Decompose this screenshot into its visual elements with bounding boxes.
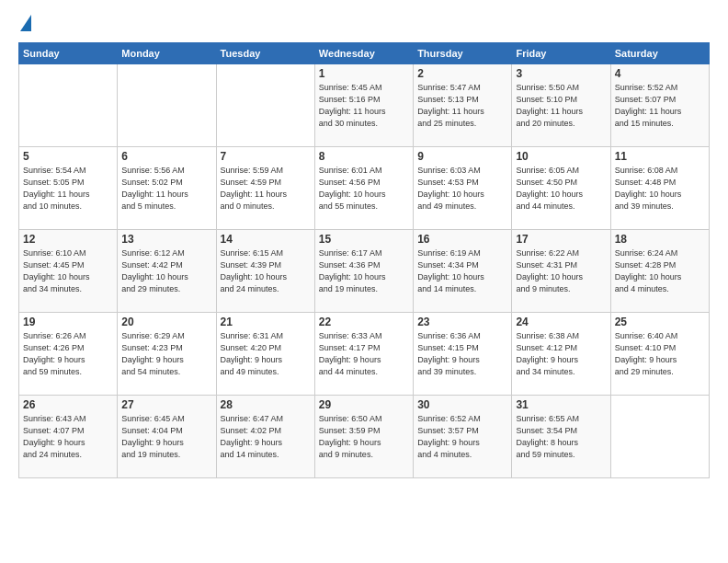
calendar-week-row: 5Sunrise: 5:54 AM Sunset: 5:05 PM Daylig…: [19, 147, 710, 230]
day-number: 11: [615, 150, 705, 163]
day-info: Sunrise: 6:15 AM Sunset: 4:39 PM Dayligh…: [221, 247, 311, 295]
day-info: Sunrise: 5:50 AM Sunset: 5:10 PM Dayligh…: [516, 82, 606, 130]
calendar-cell: 8Sunrise: 6:01 AM Sunset: 4:56 PM Daylig…: [314, 147, 413, 230]
day-info: Sunrise: 5:56 AM Sunset: 5:02 PM Dayligh…: [121, 165, 211, 213]
header: [18, 15, 710, 33]
calendar-cell: 10Sunrise: 6:05 AM Sunset: 4:50 PM Dayli…: [512, 147, 610, 230]
weekday-header: Tuesday: [216, 43, 314, 64]
calendar-cell: 2Sunrise: 5:47 AM Sunset: 5:13 PM Daylig…: [414, 64, 512, 147]
day-info: Sunrise: 6:22 AM Sunset: 4:31 PM Dayligh…: [516, 247, 606, 295]
calendar-cell: 6Sunrise: 5:56 AM Sunset: 5:02 PM Daylig…: [118, 147, 216, 230]
calendar-cell: 27Sunrise: 6:45 AM Sunset: 4:04 PM Dayli…: [118, 396, 216, 478]
weekday-row: SundayMondayTuesdayWednesdayThursdayFrid…: [19, 43, 710, 64]
calendar-cell: 29Sunrise: 6:50 AM Sunset: 3:59 PM Dayli…: [314, 396, 413, 478]
day-number: 27: [121, 398, 211, 411]
calendar-cell: 24Sunrise: 6:38 AM Sunset: 4:12 PM Dayli…: [512, 313, 610, 396]
day-info: Sunrise: 6:19 AM Sunset: 4:34 PM Dayligh…: [417, 247, 507, 295]
calendar-cell: 11Sunrise: 6:08 AM Sunset: 4:48 PM Dayli…: [610, 147, 709, 230]
weekday-header: Saturday: [610, 43, 709, 64]
day-info: Sunrise: 6:12 AM Sunset: 4:42 PM Dayligh…: [121, 247, 211, 295]
day-info: Sunrise: 5:45 AM Sunset: 5:16 PM Dayligh…: [319, 82, 409, 130]
day-number: 10: [516, 150, 606, 163]
calendar-cell: 4Sunrise: 5:52 AM Sunset: 5:07 PM Daylig…: [610, 64, 709, 147]
calendar-cell: [216, 64, 314, 147]
day-info: Sunrise: 6:03 AM Sunset: 4:53 PM Dayligh…: [417, 165, 507, 213]
day-info: Sunrise: 6:47 AM Sunset: 4:02 PM Dayligh…: [221, 413, 311, 461]
day-info: Sunrise: 6:50 AM Sunset: 3:59 PM Dayligh…: [319, 413, 409, 461]
day-number: 31: [516, 398, 606, 411]
day-info: Sunrise: 6:45 AM Sunset: 4:04 PM Dayligh…: [121, 413, 211, 461]
calendar-cell: 1Sunrise: 5:45 AM Sunset: 5:16 PM Daylig…: [314, 64, 413, 147]
weekday-header: Sunday: [19, 43, 118, 64]
calendar-week-row: 19Sunrise: 6:26 AM Sunset: 4:26 PM Dayli…: [19, 313, 710, 396]
calendar-cell: 17Sunrise: 6:22 AM Sunset: 4:31 PM Dayli…: [512, 230, 610, 313]
day-info: Sunrise: 6:24 AM Sunset: 4:28 PM Dayligh…: [615, 247, 705, 295]
day-number: 20: [121, 316, 211, 328]
day-number: 18: [615, 233, 705, 246]
calendar-cell: 26Sunrise: 6:43 AM Sunset: 4:07 PM Dayli…: [19, 396, 118, 478]
day-info: Sunrise: 6:38 AM Sunset: 4:12 PM Dayligh…: [516, 330, 606, 378]
day-info: Sunrise: 6:05 AM Sunset: 4:50 PM Dayligh…: [516, 165, 606, 213]
day-info: Sunrise: 6:52 AM Sunset: 3:57 PM Dayligh…: [417, 413, 507, 461]
day-info: Sunrise: 6:31 AM Sunset: 4:20 PM Dayligh…: [221, 330, 311, 378]
calendar-cell: 18Sunrise: 6:24 AM Sunset: 4:28 PM Dayli…: [610, 230, 709, 313]
day-number: 3: [516, 67, 606, 80]
day-number: 1: [319, 67, 409, 80]
day-number: 7: [221, 150, 311, 163]
day-number: 14: [221, 233, 311, 246]
day-info: Sunrise: 6:33 AM Sunset: 4:17 PM Dayligh…: [319, 330, 409, 378]
day-number: 25: [615, 316, 705, 328]
day-number: 24: [516, 316, 606, 328]
logo: [18, 15, 31, 33]
day-number: 15: [319, 233, 409, 246]
calendar-cell: [118, 64, 216, 147]
day-number: 13: [121, 233, 211, 246]
weekday-header: Thursday: [414, 43, 512, 64]
day-info: Sunrise: 5:59 AM Sunset: 4:59 PM Dayligh…: [221, 165, 311, 213]
calendar-cell: 5Sunrise: 5:54 AM Sunset: 5:05 PM Daylig…: [19, 147, 118, 230]
calendar-cell: 28Sunrise: 6:47 AM Sunset: 4:02 PM Dayli…: [216, 396, 314, 478]
calendar-cell: 3Sunrise: 5:50 AM Sunset: 5:10 PM Daylig…: [512, 64, 610, 147]
day-number: 26: [23, 398, 113, 411]
day-number: 29: [319, 398, 409, 411]
calendar-cell: 19Sunrise: 6:26 AM Sunset: 4:26 PM Dayli…: [19, 313, 118, 396]
day-info: Sunrise: 6:17 AM Sunset: 4:36 PM Dayligh…: [319, 247, 409, 295]
calendar-body: 1Sunrise: 5:45 AM Sunset: 5:16 PM Daylig…: [19, 64, 710, 478]
calendar-week-row: 12Sunrise: 6:10 AM Sunset: 4:45 PM Dayli…: [19, 230, 710, 313]
day-number: 17: [516, 233, 606, 246]
weekday-header: Monday: [118, 43, 216, 64]
page: SundayMondayTuesdayWednesdayThursdayFrid…: [0, 0, 728, 563]
day-info: Sunrise: 5:47 AM Sunset: 5:13 PM Dayligh…: [417, 82, 507, 130]
day-info: Sunrise: 6:26 AM Sunset: 4:26 PM Dayligh…: [23, 330, 113, 378]
calendar-week-row: 26Sunrise: 6:43 AM Sunset: 4:07 PM Dayli…: [19, 396, 710, 478]
calendar-cell: 15Sunrise: 6:17 AM Sunset: 4:36 PM Dayli…: [314, 230, 413, 313]
day-number: 2: [417, 67, 507, 80]
calendar-cell: [19, 64, 118, 147]
day-info: Sunrise: 6:08 AM Sunset: 4:48 PM Dayligh…: [615, 165, 705, 213]
day-info: Sunrise: 5:52 AM Sunset: 5:07 PM Dayligh…: [615, 82, 705, 130]
day-number: 16: [417, 233, 507, 246]
calendar-header: SundayMondayTuesdayWednesdayThursdayFrid…: [19, 43, 710, 64]
day-number: 8: [319, 150, 409, 163]
day-number: 21: [221, 316, 311, 328]
calendar-cell: 30Sunrise: 6:52 AM Sunset: 3:57 PM Dayli…: [414, 396, 512, 478]
calendar-cell: [610, 396, 709, 478]
calendar-cell: 23Sunrise: 6:36 AM Sunset: 4:15 PM Dayli…: [414, 313, 512, 396]
day-number: 9: [417, 150, 507, 163]
calendar-cell: 21Sunrise: 6:31 AM Sunset: 4:20 PM Dayli…: [216, 313, 314, 396]
calendar-cell: 9Sunrise: 6:03 AM Sunset: 4:53 PM Daylig…: [414, 147, 512, 230]
day-number: 28: [221, 398, 311, 411]
calendar-cell: 12Sunrise: 6:10 AM Sunset: 4:45 PM Dayli…: [19, 230, 118, 313]
calendar-cell: 25Sunrise: 6:40 AM Sunset: 4:10 PM Dayli…: [610, 313, 709, 396]
day-number: 30: [417, 398, 507, 411]
day-number: 23: [417, 316, 507, 328]
day-info: Sunrise: 6:43 AM Sunset: 4:07 PM Dayligh…: [23, 413, 113, 461]
calendar-cell: 16Sunrise: 6:19 AM Sunset: 4:34 PM Dayli…: [414, 230, 512, 313]
calendar-cell: 31Sunrise: 6:55 AM Sunset: 3:54 PM Dayli…: [512, 396, 610, 478]
day-info: Sunrise: 6:01 AM Sunset: 4:56 PM Dayligh…: [319, 165, 409, 213]
day-info: Sunrise: 6:10 AM Sunset: 4:45 PM Dayligh…: [23, 247, 113, 295]
day-info: Sunrise: 6:36 AM Sunset: 4:15 PM Dayligh…: [417, 330, 507, 378]
calendar-week-row: 1Sunrise: 5:45 AM Sunset: 5:16 PM Daylig…: [19, 64, 710, 147]
day-info: Sunrise: 5:54 AM Sunset: 5:05 PM Dayligh…: [23, 165, 113, 213]
day-number: 22: [319, 316, 409, 328]
